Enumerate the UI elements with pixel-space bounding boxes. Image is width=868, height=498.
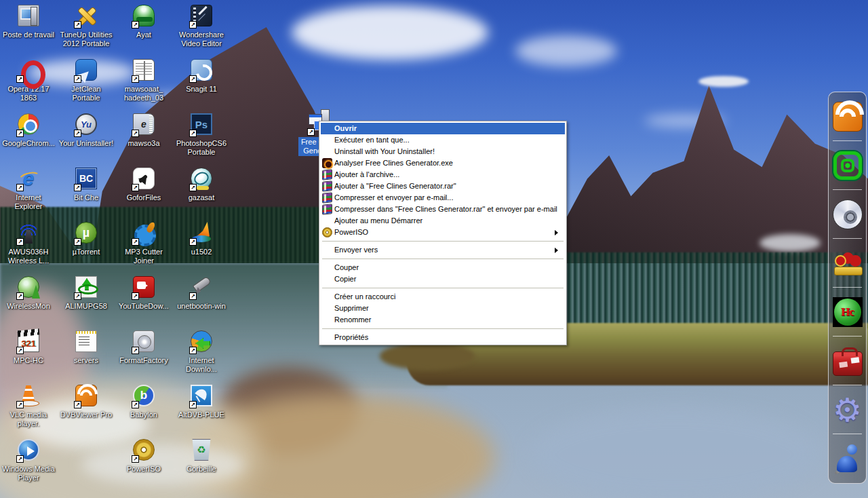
app-icon <box>75 330 97 352</box>
desktop-icon-wondershare-video-editor[interactable]: ↗ Wondershare Video Editor <box>173 4 230 48</box>
desktop-icon-tuneup-utilities[interactable]: ↗ TuneUp Utilities 2012 Portable <box>58 4 115 48</box>
shortcut-arrow-icon: ↗ <box>16 292 24 300</box>
desktop-icon-label: AltDVB-PLUE <box>173 410 230 419</box>
desktop-icon-unetbootin-win[interactable]: ↗ unetbootin-win <box>173 275 230 311</box>
desktop-icon-vlc[interactable]: ↗ VLC media player. <box>0 384 57 428</box>
dock-item-green-target[interactable] <box>829 141 866 190</box>
desktop-icon-label: servers <box>58 356 115 365</box>
desktop-icon-corbeille[interactable]: ♻ Corbeille <box>173 438 230 474</box>
menu-item-compresser-rar-email[interactable]: Compresser dans "Free Clines Generator.r… <box>321 204 565 215</box>
desktop-icon-gazasat[interactable]: ↗ gazasat <box>173 167 230 202</box>
menu-item-renommer[interactable]: Renommer <box>321 314 565 326</box>
shortcut-arrow-icon: ↗ <box>132 455 139 463</box>
desktop-icon-internet-explorer[interactable]: e ↗ Internet Explorer <box>0 167 57 211</box>
desktop-icon-wirelessmon[interactable]: ↗ WirelessMon <box>0 275 57 311</box>
shortcut-arrow-icon: ↗ <box>132 184 139 191</box>
shortcut-arrow-icon: ↗ <box>189 75 197 83</box>
shortcut-arrow-icon: ↗ <box>189 130 197 137</box>
menu-item-copier[interactable]: Copier <box>321 273 565 285</box>
desktop-icon-poweriso[interactable]: ↗ PowerISO <box>115 438 172 474</box>
desktop-icon-utorrent[interactable]: µ ↗ µTorrent <box>58 221 115 256</box>
submenu-arrow-icon <box>555 230 561 235</box>
desktop-icon-label: WirelessMon <box>0 302 57 311</box>
menu-item-poweriso[interactable]: PowerISO <box>321 227 565 238</box>
desktop-icon-youtube-downloader[interactable]: ↗ YouTubeDow... <box>115 275 172 311</box>
shortcut-arrow-icon: ↗ <box>16 184 24 191</box>
desktop-icon-jetclean[interactable]: ↗ JetClean Portable <box>58 58 115 102</box>
desktop-icon-goforfiles[interactable]: ↗ GoforFiles <box>115 167 172 202</box>
desktop-icon-internet-download-manager[interactable]: ↗ Internet Downlo... <box>173 330 230 374</box>
desktop-icon-mpc-hc[interactable]: 321 ↗ MPC-HC <box>0 330 57 365</box>
dock-item-writer-person[interactable]: • <box>829 434 866 483</box>
menu-item-ajouter-rar[interactable]: Ajouter à "Free Clines Generator.rar" <box>321 180 565 192</box>
desktop-icon-photoshop-cs6[interactable]: Ps ↗ PhotoshopCS6 Portable <box>173 113 230 157</box>
desktop-icon-label: µTorrent <box>58 248 115 256</box>
desktop-icon-snagit[interactable]: ↗ Snagit 11 <box>173 58 230 94</box>
desktop-icon-opera[interactable]: ↗ Opera 12.17 1863 <box>0 58 57 102</box>
menu-item-envoyer-vers[interactable]: Envoyer vers <box>321 244 565 256</box>
desktop-icon-mawsoaat-hadeeth[interactable]: ↗ mawsoaat_ hadeeth_03 <box>115 58 172 102</box>
desktop-icon-altdvb-plue[interactable]: ↗ AltDVB-PLUE <box>173 384 230 419</box>
hc-app-icon: Hc <box>833 297 863 327</box>
desktop-icon-label: gazasat <box>173 193 230 202</box>
desktop-icon-bit-che[interactable]: BC ↗ Bit Che <box>58 167 115 202</box>
shortcut-arrow-icon: ↗ <box>189 401 197 408</box>
desktop-icon-label: MP3 Cutter Joiner <box>115 248 172 265</box>
menu-item-couper[interactable]: Couper <box>321 262 565 273</box>
menu-item-uninstall-your-uninstaller[interactable]: Uninstall with Your Uninstaller! <box>321 146 565 157</box>
shortcut-arrow-icon: ↗ <box>132 238 139 246</box>
menu-item-supprimer[interactable]: Supprimer <box>321 303 565 314</box>
menu-item-ouvrir[interactable]: Ouvrir <box>321 123 565 134</box>
menu-separator <box>322 328 564 329</box>
desktop-icon-dvbviewer-pro[interactable]: ↗ DVBViewer Pro <box>58 384 115 419</box>
shortcut-arrow-icon: ↗ <box>16 75 24 83</box>
desktop-icon-formatfactory[interactable]: ↗ FormatFactory <box>115 330 172 365</box>
dock-item-hc-app[interactable]: Hc <box>829 288 866 337</box>
dock-item-crown[interactable] <box>829 239 866 288</box>
shortcut-arrow-icon: ↗ <box>16 130 24 137</box>
shortcut-arrow-icon: ↗ <box>74 130 81 137</box>
desktop-icon-alimupg58[interactable]: ↗ ALIMUPG58 <box>58 275 115 311</box>
desktop-icon-label: PhotoshopCS6 Portable <box>173 139 230 157</box>
writer-person-icon: • <box>833 444 863 474</box>
dock-item-dvbviewer[interactable] <box>829 92 866 141</box>
desktop-icon-babylon[interactable]: b ↗ Babylon <box>115 384 172 419</box>
context-menu: Ouvrir Exécuter en tant que... Uninstall… <box>319 121 567 345</box>
shortcut-arrow-icon: ↗ <box>74 21 81 28</box>
shortcut-arrow-icon: ↗ <box>189 184 197 191</box>
desktop-icon-poste-de-travail[interactable]: Poste de travail <box>0 4 57 39</box>
dock-item-settings-gear[interactable]: ⚙ <box>829 385 866 434</box>
winrar-icon <box>322 204 332 215</box>
shortcut-arrow-icon: ↗ <box>16 347 24 354</box>
desktop-icon-label: DVBViewer Pro <box>58 410 115 419</box>
desktop-icon-google-chrome[interactable]: ↗ GoogleChrom... <box>0 113 57 148</box>
menu-item-ajouter-archive[interactable]: Ajouter à l'archive... <box>321 169 565 180</box>
shortcut-arrow-icon: ↗ <box>74 238 81 246</box>
desktop-icon-ayat[interactable]: ↗ Ayat <box>115 4 172 39</box>
shortcut-arrow-icon: ↗ <box>307 128 315 136</box>
desktop-icon-u1502[interactable]: ↗ u1502 <box>173 221 230 256</box>
desktop-icon-label: Internet Downlo... <box>173 356 230 374</box>
dock-item-toolbox[interactable] <box>829 337 866 385</box>
app-icon <box>18 5 39 26</box>
dock-item-cd-disc[interactable] <box>829 190 866 239</box>
shortcut-arrow-icon: ↗ <box>189 347 197 354</box>
piso-icon <box>322 227 332 237</box>
desktop: Poste de travail ↗ TuneUp Utilities 2012… <box>0 0 868 498</box>
desktop-icon-windows-media-player[interactable]: ↗ Windows Media Player <box>0 438 57 482</box>
menu-item-compresser-email[interactable]: Compresser et envoyer par e-mail... <box>321 192 565 204</box>
desktop-icon-label: Corbeille <box>173 465 230 474</box>
desktop-icon-mp3-cutter-joiner[interactable]: ↗ MP3 Cutter Joiner <box>115 221 172 265</box>
menu-item-creer-raccourci[interactable]: Créer un raccourci <box>321 291 565 303</box>
menu-item-ajouter-menu-demarrer[interactable]: Ajouter au menu Démarrer <box>321 215 565 227</box>
winrar-icon <box>322 169 332 180</box>
menu-item-proprietes[interactable]: Propriétés <box>321 332 565 343</box>
shortcut-arrow-icon: ↗ <box>74 75 81 83</box>
desktop-icon-servers[interactable]: servers <box>58 330 115 365</box>
desktop-icon-awus036h[interactable]: ↗ AWUS036H Wireless L... <box>0 221 57 265</box>
menu-item-analyser[interactable]: Analyser Free Clines Generator.exe <box>321 157 565 169</box>
desktop-icon-your-uninstaller[interactable]: Yu ↗ Your Uninstaller! <box>58 113 115 148</box>
desktop-icon-mawso3a[interactable]: e ↗ mawso3a <box>115 113 172 148</box>
scan-icon <box>322 158 332 168</box>
menu-item-executer-en-tant-que[interactable]: Exécuter en tant que... <box>321 134 565 146</box>
